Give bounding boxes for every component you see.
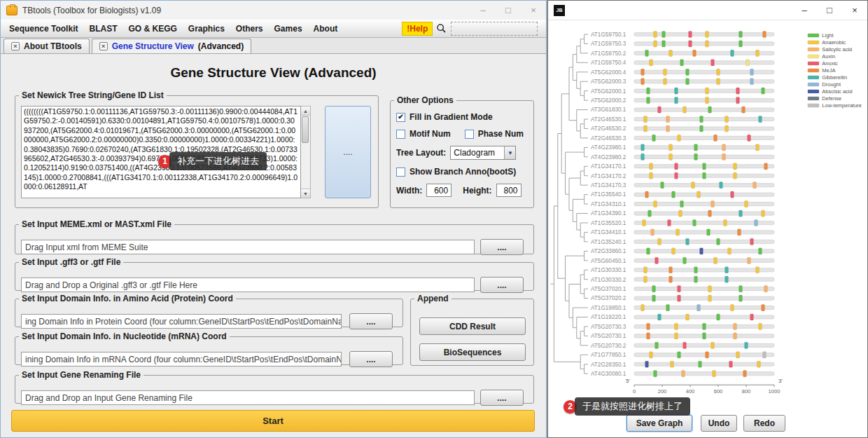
biosequences-button[interactable]: BioSequences: [419, 343, 526, 361]
close-icon[interactable]: ×: [842, 1, 867, 20]
plot-area: AT1G59750.1AT1G59750.3AT1G59750.2AT1G597…: [548, 20, 867, 437]
menu-item-games[interactable]: Games: [269, 21, 308, 36]
minimize-icon[interactable]: –: [470, 1, 496, 20]
help-button[interactable]: !Help: [402, 22, 433, 36]
meme-file-input[interactable]: Drag Input xml from MEME Suite: [21, 240, 475, 254]
svg-text:0: 0: [633, 388, 636, 395]
svg-text:AT1G34390.1: AT1G34390.1: [591, 210, 626, 217]
gff-browse-button[interactable]: ....: [480, 277, 524, 293]
svg-text:AT1G34170.3: AT1G34170.3: [591, 182, 626, 189]
gene-rows: AT1G59750.1AT1G59750.3AT1G59750.2AT1G597…: [591, 31, 774, 377]
tab-gene-structure-view[interactable]: × Gene Structure View (Advanced): [92, 39, 252, 53]
rename-file-input[interactable]: Drag and Drop an Input Gene Renaming Fil…: [21, 390, 475, 405]
viewer-titlebar[interactable]: JB – □ ×: [548, 1, 867, 20]
legend-item-anaerobic: Anaerobic: [808, 39, 862, 46]
tab-close-icon[interactable]: ×: [99, 42, 108, 50]
legend-swatch-auxin: [808, 55, 819, 58]
legend-swatch-aba: [808, 90, 819, 93]
menu-item-blast[interactable]: BLAST: [83, 21, 122, 36]
maximize-icon[interactable]: □: [817, 1, 842, 20]
legend-swatch-anaerobic: [808, 41, 819, 44]
svg-text:AT1G59750.3: AT1G59750.3: [591, 41, 626, 47]
phase-num-checkbox[interactable]: [465, 130, 474, 139]
width-label: Width:: [396, 186, 422, 196]
other-options-group: Other Options Fill in Gradient Mode Moti…: [390, 95, 534, 208]
fill-gradient-checkbox[interactable]: [396, 113, 405, 122]
gff-file-input[interactable]: Drag and Drop a Original .gff3 or .gtf F…: [21, 278, 475, 292]
width-input[interactable]: 600: [426, 184, 451, 197]
legend-label: Abscisic acid: [822, 88, 852, 95]
menu-item-graphics[interactable]: Graphics: [183, 21, 230, 36]
newick-scrollbar[interactable]: ▲ ▼: [301, 106, 311, 198]
annotation-2-text: 于是就按照进化树排上了: [575, 397, 690, 416]
save-graph-button[interactable]: Save Graph: [626, 415, 692, 432]
annotation-1: 1 补充一下进化树进去: [158, 152, 267, 170]
legend-swatch-drought: [808, 83, 819, 86]
svg-text:400: 400: [686, 388, 695, 395]
svg-text:AT1G59750.1: AT1G59750.1: [591, 32, 626, 38]
cdd-result-button[interactable]: CDD Result: [419, 317, 526, 335]
show-branch-anno-checkbox[interactable]: [396, 167, 405, 177]
maximize-icon[interactable]: □: [496, 1, 521, 20]
gff-group-title: Set Input .gff3 or .gtf File: [19, 257, 123, 267]
svg-text:5': 5': [626, 378, 630, 384]
menu-items: Sequence ToolkitBLASTGO & KEGGGraphicsOt…: [4, 21, 343, 36]
svg-text:1000: 1000: [769, 388, 780, 395]
height-input[interactable]: 800: [496, 184, 522, 197]
svg-text:AT5G62000.1: AT5G62000.1: [591, 88, 626, 95]
svg-text:AT5G62000.4: AT5G62000.4: [591, 69, 626, 76]
meme-group-title: Set Input MEME.xml or MAST.xml File: [19, 219, 174, 229]
tab-about-tbtools[interactable]: × About TBtools: [4, 39, 90, 53]
close-icon[interactable]: ×: [521, 1, 546, 20]
mrna-domain-input[interactable]: ining Domain Info in mRNA Coord (four co…: [21, 352, 342, 367]
legend-label: Salicylic acid: [822, 46, 852, 53]
minimize-icon[interactable]: –: [792, 1, 817, 20]
svg-text:AT1G19850.1: AT1G19850.1: [591, 305, 626, 311]
svg-text:800: 800: [742, 388, 751, 395]
search-icon[interactable]: [436, 23, 447, 34]
svg-text:AT1G35240.1: AT1G35240.1: [591, 239, 626, 245]
svg-text:AT5G20730.2: AT5G20730.2: [591, 343, 626, 349]
menu-item-others[interactable]: Others: [230, 21, 269, 36]
scroll-down-icon[interactable]: ▼: [301, 189, 310, 198]
append-group: Append CDD Result BioSequences: [410, 294, 534, 366]
svg-text:AT5G62000.3: AT5G62000.3: [591, 78, 626, 85]
tabbar: × About TBtools × Gene Structure View (A…: [1, 38, 546, 54]
legend-label: Drought: [822, 81, 841, 88]
protein-browse-button[interactable]: ....: [349, 313, 393, 329]
motif-num-checkbox[interactable]: [396, 130, 405, 139]
protein-domain-input[interactable]: ing Domain Info in Protein Coord (four c…: [21, 314, 342, 329]
mrna-domain-group-title: Set Input Domain Info. in Nucleotide (mR…: [19, 331, 230, 341]
page-title: Gene Structure View (Advanced): [1, 54, 546, 81]
svg-text:AT2G28350.1: AT2G28350.1: [591, 362, 626, 368]
newick-browse-button[interactable]: ....: [325, 106, 371, 198]
legend-item-auxin: Auxin: [808, 53, 862, 60]
scroll-up-icon[interactable]: ▲: [301, 107, 310, 116]
menu-item-go-kegg[interactable]: GO & KEGG: [122, 21, 182, 36]
mrna-browse-button[interactable]: ....: [349, 351, 393, 367]
rename-browse-button[interactable]: ....: [480, 390, 524, 406]
redo-button[interactable]: Redo: [743, 415, 785, 432]
menu-item-about[interactable]: About: [308, 21, 344, 36]
mrna-domain-group: Set Input Domain Info. in Nucleotide (mR…: [15, 331, 403, 365]
svg-text:AT5G20730.1: AT5G20730.1: [591, 333, 626, 339]
tab-label: About TBtools: [24, 41, 82, 51]
scroll-thumb[interactable]: [302, 116, 309, 143]
svg-text:AT1G30330.1: AT1G30330.1: [591, 267, 626, 273]
svg-text:AT4G23980.2: AT4G23980.2: [591, 154, 626, 160]
meme-browse-button[interactable]: ....: [480, 239, 524, 255]
tree-layout-select[interactable]: Cladogram ▼: [450, 146, 516, 160]
legend-label: Gibberellin: [822, 74, 847, 81]
show-branch-anno-label: Show Branch Anno(bootS): [410, 167, 516, 177]
tree-layout-label: Tree Layout:: [396, 148, 446, 158]
chevron-down-icon[interactable]: ▼: [504, 146, 515, 159]
start-button[interactable]: Start: [11, 410, 535, 432]
legend-label: Low-temperature: [822, 102, 862, 109]
menu-item-sequence-toolkit[interactable]: Sequence Toolkit: [4, 21, 83, 36]
svg-text:AT1G35520.1: AT1G35520.1: [591, 220, 626, 226]
tab-close-icon[interactable]: ×: [11, 42, 20, 50]
search-drop-area[interactable]: [451, 22, 538, 36]
undo-button[interactable]: Undo: [701, 415, 737, 432]
legend-label: Anaerobic: [822, 39, 846, 46]
titlebar[interactable]: TBtools (Toolbox for Biologists) v1.09 –…: [1, 1, 546, 20]
